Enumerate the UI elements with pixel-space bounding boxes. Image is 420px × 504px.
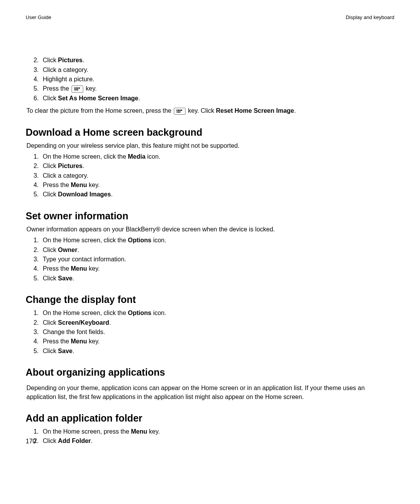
svg-rect-1 <box>75 88 77 89</box>
bold-term: Options <box>128 310 151 316</box>
header-left: User Guide <box>26 14 51 21</box>
list-item: Type your contact information. <box>40 255 394 264</box>
bold-term: Menu <box>131 428 147 435</box>
blackberry-menu-key-icon <box>72 86 83 93</box>
font-steps-list: On the Home screen, click the Options ic… <box>26 309 394 355</box>
list-item: Click Add Folder. <box>40 437 394 445</box>
list-item: Click Pictures. <box>40 162 394 170</box>
note-suffix: . <box>294 107 296 114</box>
heading-download-background: Download a Home screen background <box>26 126 394 139</box>
svg-rect-7 <box>177 110 178 111</box>
heading-add-folder: Add an application folder <box>26 411 394 425</box>
bold-term: Menu <box>71 182 87 188</box>
page-header: User Guide Display and keyboard <box>26 14 394 21</box>
list-item: Click Pictures. <box>40 56 394 65</box>
add-folder-steps-list: On the Home screen, press the Menu key.C… <box>26 427 394 446</box>
bold-term: Save <box>58 275 72 282</box>
svg-rect-0 <box>74 88 75 89</box>
bold-term: Set As Home Screen Image <box>58 95 138 102</box>
svg-rect-4 <box>77 89 79 91</box>
list-item: Press the key. <box>40 84 394 93</box>
bold-term: Screen/Keyboard <box>58 319 109 326</box>
bold-term: Pictures <box>58 57 82 63</box>
bold-term: Media <box>128 153 145 160</box>
list-item: Press the Menu key. <box>40 337 394 346</box>
list-item: Click Save. <box>40 347 394 355</box>
list-item: On the Home screen, click the Media icon… <box>40 152 394 161</box>
continued-steps-list: Click Pictures.Click a category.Highligh… <box>26 56 394 103</box>
owner-steps-list: On the Home screen, click the Options ic… <box>26 236 394 283</box>
svg-rect-10 <box>178 111 179 112</box>
list-item: On the Home screen, click the Options ic… <box>40 309 394 317</box>
download-intro: Depending on your wireless service plan,… <box>26 142 394 150</box>
list-item: Click a category. <box>40 172 394 180</box>
svg-rect-12 <box>179 110 181 111</box>
clear-picture-note: To clear the picture from the Home scree… <box>26 107 394 115</box>
blackberry-menu-key-icon <box>174 108 186 115</box>
bold-term: Menu <box>71 338 87 345</box>
list-item: Press the Menu key. <box>40 181 394 189</box>
heading-organize-apps: About organizing applications <box>26 366 394 379</box>
bold-term: Download Images <box>58 191 111 198</box>
download-steps-list: On the Home screen, click the Media icon… <box>26 152 394 199</box>
note-bold: Reset Home Screen Image <box>216 107 294 114</box>
heading-set-owner: Set owner information <box>26 209 394 223</box>
bold-term: Owner <box>58 247 77 253</box>
note-prefix: To clear the picture from the Home scree… <box>26 107 173 114</box>
list-item: Click Set As Home Screen Image. <box>40 94 394 103</box>
list-item: Click Owner. <box>40 246 394 254</box>
svg-rect-5 <box>77 88 79 89</box>
bold-term: Pictures <box>58 163 82 169</box>
svg-rect-9 <box>177 111 177 112</box>
owner-intro: Owner information appears on your BlackB… <box>26 225 394 234</box>
svg-rect-8 <box>178 110 179 111</box>
svg-rect-6 <box>79 88 80 89</box>
list-item: Click Download Images. <box>40 190 394 199</box>
page-container: User Guide Display and keyboard Click Pi… <box>0 0 420 446</box>
svg-rect-11 <box>179 111 181 112</box>
bold-term: Save <box>58 348 72 354</box>
bold-term: Add Folder <box>58 438 91 444</box>
list-item: Click a category. <box>40 66 394 74</box>
page-number: 170 <box>26 437 36 446</box>
list-item: Press the Menu key. <box>40 264 394 273</box>
bold-term: Menu <box>71 265 87 272</box>
header-right: Display and keyboard <box>346 14 394 21</box>
list-item: On the Home screen, press the Menu key. <box>40 427 394 436</box>
list-item: On the Home screen, click the Options ic… <box>40 236 394 245</box>
list-item: Click Screen/Keyboard. <box>40 318 394 327</box>
note-middle: key. Click <box>186 107 216 114</box>
heading-change-font: Change the display font <box>26 293 394 306</box>
list-item: Change the font fields. <box>40 328 394 336</box>
svg-rect-3 <box>75 89 77 91</box>
organize-intro: Depending on your theme, application ico… <box>26 384 394 401</box>
list-item: Highlight a picture. <box>40 75 394 84</box>
list-item: Click Save. <box>40 274 394 283</box>
bold-term: Options <box>128 237 151 243</box>
svg-rect-13 <box>181 110 182 111</box>
svg-rect-2 <box>74 89 75 91</box>
